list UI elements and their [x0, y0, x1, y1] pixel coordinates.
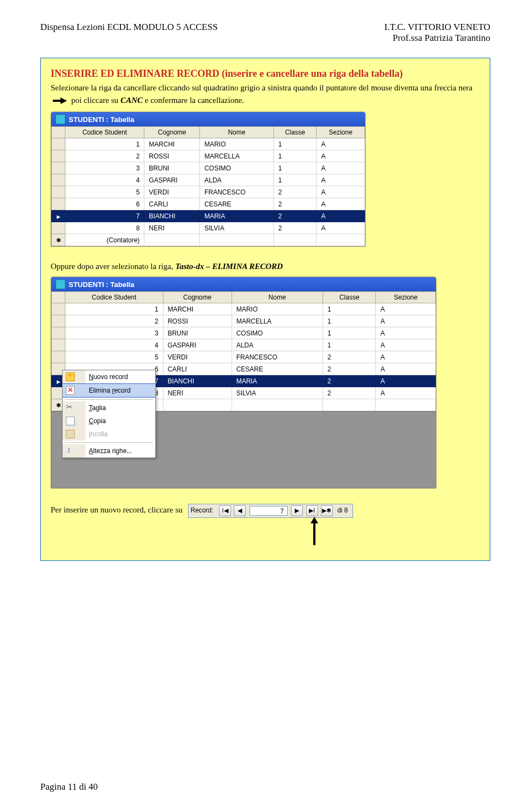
cell[interactable]: 7: [65, 210, 144, 222]
row-selector[interactable]: [52, 351, 65, 363]
table-row[interactable]: 6CARLICESARE2A: [52, 198, 365, 210]
cell[interactable]: A: [376, 387, 436, 399]
cell[interactable]: 2: [323, 351, 376, 363]
table-row[interactable]: 1MARCHIMARIO1A: [52, 303, 436, 315]
table-row[interactable]: 2ROSSIMARCELLA1A: [52, 315, 436, 327]
cell[interactable]: ALDA: [232, 339, 323, 351]
cell[interactable]: A: [317, 210, 365, 222]
col-header[interactable]: Sezione: [317, 127, 365, 138]
cell[interactable]: BRUNI: [163, 327, 232, 339]
cell[interactable]: 4: [65, 174, 144, 186]
cell[interactable]: NERI: [144, 222, 200, 234]
row-selector[interactable]: [52, 303, 65, 315]
cell[interactable]: ALDA: [200, 174, 273, 186]
cell[interactable]: SILVIA: [232, 387, 323, 399]
cell[interactable]: A: [317, 138, 365, 150]
cell[interactable]: FRANCESCO: [232, 351, 323, 363]
cell[interactable]: A: [376, 363, 436, 375]
cell[interactable]: BIANCHI: [144, 210, 200, 222]
cell[interactable]: CARLI: [144, 198, 200, 210]
cell[interactable]: MARIA: [200, 210, 273, 222]
corner-cell[interactable]: [52, 127, 65, 138]
cell[interactable]: CARLI: [163, 363, 232, 375]
table-row[interactable]: 5VERDIFRANCESCO2A: [52, 351, 436, 363]
row-selector[interactable]: [52, 186, 65, 198]
table-row[interactable]: 8NERISILVIA2A: [52, 222, 365, 234]
col-header[interactable]: Sezione: [376, 292, 436, 303]
cell[interactable]: 1: [65, 303, 163, 315]
cell[interactable]: 2: [323, 387, 376, 399]
cell[interactable]: 2: [323, 363, 376, 375]
table-row[interactable]: 3BRUNICOSIMO1A: [52, 327, 436, 339]
cell[interactable]: 2: [273, 210, 317, 222]
cell[interactable]: SILVIA: [200, 222, 273, 234]
cell[interactable]: 3: [65, 162, 144, 174]
cell[interactable]: MARCELLA: [232, 315, 323, 327]
cell[interactable]: VERDI: [144, 186, 200, 198]
row-selector[interactable]: [52, 339, 65, 351]
col-header[interactable]: Codice Student: [65, 127, 144, 138]
cell[interactable]: A: [317, 150, 365, 162]
menu-item-cut[interactable]: Taglia: [63, 401, 155, 414]
cell[interactable]: A: [317, 162, 365, 174]
cell[interactable]: COSIMO: [200, 162, 273, 174]
cell[interactable]: A: [317, 198, 365, 210]
cell[interactable]: BRUNI: [144, 162, 200, 174]
cell[interactable]: GASPARI: [144, 174, 200, 186]
cell[interactable]: 8: [65, 222, 144, 234]
row-selector[interactable]: [52, 162, 65, 174]
cell[interactable]: A: [317, 174, 365, 186]
row-selector[interactable]: [52, 327, 65, 339]
cell[interactable]: A: [376, 327, 436, 339]
col-header[interactable]: Cognome: [144, 127, 200, 138]
cell[interactable]: MARIA: [232, 375, 323, 387]
cell[interactable]: 2: [273, 222, 317, 234]
corner-cell[interactable]: [52, 292, 65, 303]
row-selector[interactable]: [52, 174, 65, 186]
cell[interactable]: 5: [65, 186, 144, 198]
cell[interactable]: FRANCESCO: [200, 186, 273, 198]
table-row[interactable]: 3BRUNICOSIMO1A: [52, 162, 365, 174]
col-header[interactable]: Classe: [273, 127, 317, 138]
col-header[interactable]: Classe: [323, 292, 376, 303]
cell[interactable]: 2: [273, 198, 317, 210]
row-selector[interactable]: [52, 222, 65, 234]
cell[interactable]: A: [376, 339, 436, 351]
cell[interactable]: 4: [65, 339, 163, 351]
cell[interactable]: 1: [273, 162, 317, 174]
col-header[interactable]: Nome: [232, 292, 323, 303]
cell[interactable]: 1: [323, 327, 376, 339]
cell[interactable]: 1: [273, 138, 317, 150]
cell[interactable]: 1: [65, 138, 144, 150]
row-selector[interactable]: [52, 210, 65, 222]
new-row-selector[interactable]: [52, 234, 65, 246]
nav-current-input[interactable]: 7: [250, 506, 288, 516]
col-header[interactable]: Cognome: [163, 292, 232, 303]
cell[interactable]: 2: [65, 150, 144, 162]
cell[interactable]: CESARE: [200, 198, 273, 210]
cell[interactable]: VERDI: [163, 351, 232, 363]
col-header[interactable]: Nome: [200, 127, 273, 138]
cell[interactable]: ROSSI: [163, 315, 232, 327]
cell[interactable]: 5: [65, 351, 163, 363]
nav-first-button[interactable]: I◀: [219, 505, 231, 516]
cell[interactable]: A: [376, 303, 436, 315]
nav-next-button[interactable]: ▶: [291, 505, 303, 516]
cell[interactable]: 6: [65, 198, 144, 210]
cell[interactable]: 1: [323, 315, 376, 327]
cell[interactable]: 1: [273, 150, 317, 162]
row-selector[interactable]: [52, 150, 65, 162]
cell[interactable]: 1: [273, 174, 317, 186]
cell[interactable]: BIANCHI: [163, 375, 232, 387]
cell[interactable]: ROSSI: [144, 150, 200, 162]
cell[interactable]: A: [317, 222, 365, 234]
cell[interactable]: 2: [273, 186, 317, 198]
cell[interactable]: MARCHI: [163, 303, 232, 315]
menu-item-delete-record[interactable]: Elimina record: [63, 384, 155, 398]
cell[interactable]: MARCHI: [144, 138, 200, 150]
table-row[interactable]: 5VERDIFRANCESCO2A: [52, 186, 365, 198]
cell[interactable]: A: [376, 375, 436, 387]
menu-item-row-height[interactable]: Altezza righe...: [63, 444, 155, 457]
cell[interactable]: 3: [65, 327, 163, 339]
row-selector[interactable]: [52, 138, 65, 150]
